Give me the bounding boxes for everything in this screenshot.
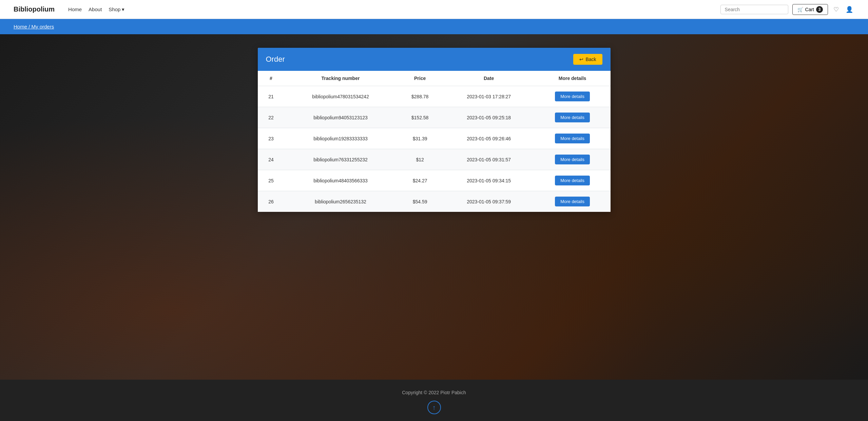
order-header: Order ↩ Back xyxy=(258,48,611,71)
more-details-button[interactable]: More details xyxy=(555,155,590,164)
cell-tracking: bibliopolium94053123123 xyxy=(284,107,397,128)
cell-tracking: bibliopolium48403566333 xyxy=(284,170,397,191)
search-input[interactable] xyxy=(720,5,788,14)
table-row: 25 bibliopolium48403566333 $24.27 2023-0… xyxy=(258,170,611,191)
cell-id: 24 xyxy=(258,149,285,170)
col-header-id: # xyxy=(258,71,285,86)
cell-more-details: More details xyxy=(535,170,611,191)
footer-copyright: Copyright © 2022 Piotr Pabich xyxy=(7,390,861,395)
cell-more-details: More details xyxy=(535,86,611,107)
cell-date: 2023-01-05 09:26:46 xyxy=(443,128,535,149)
more-details-button[interactable]: More details xyxy=(555,197,590,206)
user-icon: 👤 xyxy=(846,6,853,13)
back-button[interactable]: ↩ Back xyxy=(573,54,602,65)
nav-links: Home About Shop ▾ xyxy=(68,6,720,13)
order-title: Order xyxy=(266,55,285,64)
cell-more-details: More details xyxy=(535,191,611,212)
cell-id: 23 xyxy=(258,128,285,149)
cell-date: 2023-01-03 17:28:27 xyxy=(443,86,535,107)
col-header-date: Date xyxy=(443,71,535,86)
nav-shop-dropdown[interactable]: Shop ▾ xyxy=(109,6,124,13)
table-row: 22 bibliopolium94053123123 $152.58 2023-… xyxy=(258,107,611,128)
wishlist-button[interactable]: ♡ xyxy=(832,4,840,15)
cell-tracking: bibliopolium2656235132 xyxy=(284,191,397,212)
cell-more-details: More details xyxy=(535,107,611,128)
cell-date: 2023-01-05 09:37:59 xyxy=(443,191,535,212)
navbar: Bibliopolium Home About Shop ▾ 🛒 Cart 3 … xyxy=(0,0,868,19)
table-row: 24 bibliopolium76331255232 $12 2023-01-0… xyxy=(258,149,611,170)
table-row: 21 bibliopolium478031534242 $288.78 2023… xyxy=(258,86,611,107)
heart-icon: ♡ xyxy=(833,6,839,13)
cell-tracking: bibliopolium76331255232 xyxy=(284,149,397,170)
footer: Copyright © 2022 Piotr Pabich ↑ xyxy=(0,380,868,421)
more-details-button[interactable]: More details xyxy=(555,92,590,101)
navbar-right: 🛒 Cart 3 ♡ 👤 xyxy=(720,4,854,15)
brand-logo[interactable]: Bibliopolium xyxy=(14,5,55,13)
cell-id: 22 xyxy=(258,107,285,128)
table-header-row: # Tracking number Price Date More detail… xyxy=(258,71,611,86)
user-button[interactable]: 👤 xyxy=(844,4,854,15)
cart-count: 3 xyxy=(816,6,823,13)
scroll-top-button[interactable]: ↑ xyxy=(427,401,441,414)
cell-id: 25 xyxy=(258,170,285,191)
cell-price: $54.59 xyxy=(397,191,443,212)
col-header-more: More details xyxy=(535,71,611,86)
more-details-button[interactable]: More details xyxy=(555,176,590,185)
more-details-button[interactable]: More details xyxy=(555,134,590,143)
breadcrumb-bar: Home / My orders xyxy=(0,19,868,34)
cell-price: $24.27 xyxy=(397,170,443,191)
cell-price: $288.78 xyxy=(397,86,443,107)
table-row: 23 bibliopolium19283333333 $31.39 2023-0… xyxy=(258,128,611,149)
more-details-button[interactable]: More details xyxy=(555,113,590,122)
cell-price: $12 xyxy=(397,149,443,170)
nav-about[interactable]: About xyxy=(89,6,102,12)
cell-id: 21 xyxy=(258,86,285,107)
arrow-up-icon: ↑ xyxy=(432,404,436,412)
hero-area: Order ↩ Back # Tracking number Price Dat… xyxy=(0,34,868,380)
cell-tracking: bibliopolium478031534242 xyxy=(284,86,397,107)
cell-price: $152.58 xyxy=(397,107,443,128)
col-header-tracking: Tracking number xyxy=(284,71,397,86)
cell-date: 2023-01-05 09:34:15 xyxy=(443,170,535,191)
cell-price: $31.39 xyxy=(397,128,443,149)
back-label: Back xyxy=(585,57,596,62)
cart-button[interactable]: 🛒 Cart 3 xyxy=(792,4,828,15)
cell-date: 2023-01-05 09:25:18 xyxy=(443,107,535,128)
cart-label: Cart xyxy=(805,7,814,12)
cell-more-details: More details xyxy=(535,128,611,149)
cell-date: 2023-01-05 09:31:57 xyxy=(443,149,535,170)
chevron-down-icon: ▾ xyxy=(122,6,124,13)
breadcrumb[interactable]: Home / My orders xyxy=(14,24,54,29)
cart-icon: 🛒 xyxy=(797,7,803,12)
table-row: 26 bibliopolium2656235132 $54.59 2023-01… xyxy=(258,191,611,212)
nav-home[interactable]: Home xyxy=(68,6,82,12)
nav-shop-label: Shop xyxy=(109,6,120,12)
order-card: Order ↩ Back # Tracking number Price Dat… xyxy=(258,48,611,212)
cell-id: 26 xyxy=(258,191,285,212)
cell-tracking: bibliopolium19283333333 xyxy=(284,128,397,149)
cell-more-details: More details xyxy=(535,149,611,170)
orders-table: # Tracking number Price Date More detail… xyxy=(258,71,611,212)
back-icon: ↩ xyxy=(579,57,583,62)
col-header-price: Price xyxy=(397,71,443,86)
